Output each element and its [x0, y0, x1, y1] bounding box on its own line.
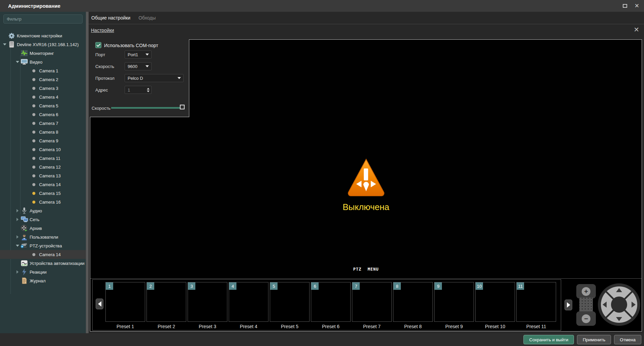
tree-item-28[interactable]: Реакции: [0, 268, 86, 276]
tree-item-16[interactable]: Camera 12: [0, 163, 86, 171]
tree-item-label: Архив: [30, 226, 42, 231]
zoom-grip-handle[interactable]: [579, 298, 593, 312]
chevron-right-icon[interactable]: [15, 218, 20, 221]
protocol-select[interactable]: Pelco D: [125, 74, 184, 82]
plus-icon: +: [582, 287, 590, 296]
preset-label: Preset 3: [188, 324, 227, 329]
tree-item-25[interactable]: PTZ-устройства: [0, 241, 86, 250]
tree-item-label: PTZ-устройства: [30, 243, 62, 248]
tree-item-label: Видео: [30, 60, 42, 65]
preset-thumbnail[interactable]: 7: [352, 282, 392, 322]
preset-label: Preset 10: [475, 324, 515, 329]
gear-icon: [7, 33, 15, 39]
preset-thumbnail[interactable]: 3: [188, 282, 227, 322]
tree-item-6[interactable]: Camera 2: [0, 75, 86, 84]
tree-item-29[interactable]: Журнал: [0, 276, 86, 285]
chevron-down-icon[interactable]: [2, 43, 7, 45]
video-icon: [20, 59, 28, 65]
tree-item-label: Camera 16: [39, 200, 61, 205]
ptz-directional-pad[interactable]: [597, 283, 641, 328]
tree-item-12[interactable]: Camera 8: [0, 128, 86, 136]
tree-item-10[interactable]: Camera 6: [0, 110, 86, 119]
sidebar-splitter[interactable]: [86, 12, 89, 346]
tree-item-2[interactable]: Devline XVR16 (192.168.1.142): [0, 40, 86, 49]
preset-thumbnail[interactable]: 1: [105, 282, 145, 322]
preset-strip-bar: 1Preset 12Preset 23Preset 34Preset 45Pre…: [90, 278, 642, 331]
chevron-right-icon[interactable]: [15, 270, 20, 274]
camera-dot: [30, 122, 38, 125]
tree-item-11[interactable]: Camera 7: [0, 119, 86, 128]
preset-number-badge: 11: [517, 282, 524, 290]
tree-item-label: Camera 4: [39, 95, 58, 100]
preset-thumbnail[interactable]: 11: [516, 282, 556, 322]
preset-thumbnail[interactable]: 4: [229, 282, 268, 322]
tree-item-4[interactable]: Видео: [0, 58, 86, 66]
tree-item-9[interactable]: Camera 5: [0, 101, 86, 110]
tree-item-label: Аудио: [30, 208, 42, 213]
port-select[interactable]: Port1: [125, 50, 152, 59]
ptz-zoom-control: + −: [576, 284, 596, 326]
tree-item-22[interactable]: Сеть: [0, 215, 86, 224]
maximize-icon[interactable]: [623, 4, 627, 8]
preset-thumbnail[interactable]: 10: [475, 282, 515, 322]
filter-input[interactable]: [3, 14, 83, 24]
chevron-right-icon[interactable]: [15, 235, 20, 239]
camera-dot: [30, 131, 38, 134]
camera-dot: [30, 148, 38, 151]
settings-link[interactable]: Настройки: [91, 28, 114, 33]
camera-dot: [30, 113, 38, 116]
panel-close-icon[interactable]: ✕: [634, 26, 639, 33]
tree-item-14[interactable]: Camera 10: [0, 145, 86, 154]
chevron-down-icon[interactable]: [15, 61, 20, 63]
preset-thumbnail[interactable]: 8: [393, 282, 433, 322]
use-com-port-label: Использовать COM-порт: [104, 43, 158, 48]
tree-item-24[interactable]: Пользователи: [0, 233, 86, 241]
preset-number-badge: 6: [311, 282, 319, 290]
close-icon[interactable]: ✕: [635, 3, 639, 9]
address-stepper[interactable]: 1: [125, 86, 152, 94]
cancel-button[interactable]: Отмена: [614, 335, 641, 344]
use-com-port-checkbox[interactable]: [95, 42, 101, 48]
tree-item-15[interactable]: Camera 11: [0, 154, 86, 163]
tree-item-5[interactable]: Camera 1: [0, 66, 86, 75]
tree-item-13[interactable]: Camera 9: [0, 136, 86, 145]
tree-item-label: Сеть: [30, 217, 39, 222]
speed-slider[interactable]: [111, 107, 184, 109]
slider-handle[interactable]: [180, 105, 185, 109]
tree-item-7[interactable]: Camera 3: [0, 84, 86, 93]
tab-tours[interactable]: Обходы: [138, 15, 156, 21]
tree-item-18[interactable]: Camera 14: [0, 180, 86, 189]
preset-scroll-left-icon[interactable]: [96, 299, 103, 309]
tree-item-3[interactable]: Мониторинг: [0, 49, 86, 58]
preset-scroll-right-icon[interactable]: [565, 300, 572, 310]
tree-item-21[interactable]: Аудио: [0, 206, 86, 215]
tree-item-23[interactable]: Архив: [0, 224, 86, 233]
archive-icon: [20, 225, 28, 232]
apply-button[interactable]: Применить: [577, 335, 611, 344]
preset-thumbnail[interactable]: 2: [147, 282, 186, 322]
preset-label: Preset 11: [516, 324, 556, 329]
preset-7: 7Preset 7: [352, 282, 392, 329]
preset-thumbnail[interactable]: 9: [434, 282, 474, 322]
zoom-in-button[interactable]: +: [576, 284, 596, 299]
baudrate-select[interactable]: 9600: [125, 62, 152, 70]
preset-number-badge: 7: [352, 282, 360, 290]
tree-item-17[interactable]: Camera 13: [0, 171, 86, 180]
tree-item-19[interactable]: Camera 15: [0, 189, 86, 198]
chevron-right-icon[interactable]: [15, 209, 20, 212]
tree-item-1[interactable]: Клиентские настройки: [0, 31, 86, 40]
users-icon: [20, 234, 28, 240]
preset-label: Preset 9: [434, 324, 474, 329]
preset-5: 5Preset 5: [270, 282, 310, 329]
tree-item-20[interactable]: Camera 16: [0, 198, 86, 206]
camera-dot: [30, 253, 38, 256]
chevron-down-icon[interactable]: [15, 245, 20, 247]
zoom-out-button[interactable]: −: [576, 311, 596, 326]
save-and-exit-button[interactable]: Сохранить и выйти: [523, 335, 574, 344]
tree-item-8[interactable]: Camera 4: [0, 93, 86, 101]
tree-item-27[interactable]: Устройства автоматизации: [0, 259, 86, 268]
preset-thumbnail[interactable]: 6: [311, 282, 351, 322]
preset-thumbnail[interactable]: 5: [270, 282, 310, 322]
tab-general-settings[interactable]: Общие настройки: [91, 15, 130, 21]
tree-item-26[interactable]: Camera 14: [0, 250, 86, 259]
